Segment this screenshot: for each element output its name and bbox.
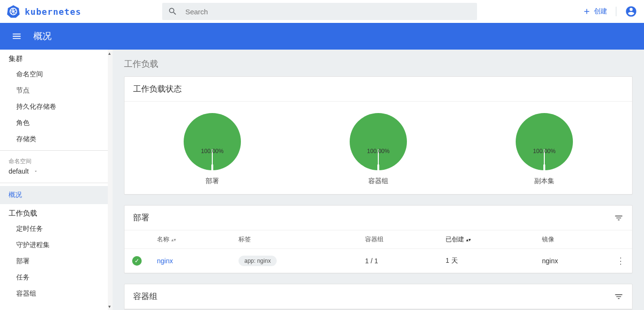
top-bar: kubernetes 创建 bbox=[0, 0, 644, 23]
create-label: 创建 bbox=[594, 7, 607, 16]
sidebar-item-pods[interactable]: 容器组 bbox=[0, 286, 113, 302]
col-images[interactable]: 镜像 bbox=[534, 230, 609, 249]
namespace-label: 命名空间 bbox=[0, 154, 113, 166]
brand[interactable]: kubernetes bbox=[7, 5, 81, 18]
pie-chart: 100.00% bbox=[184, 113, 241, 170]
sidebar-item-pv[interactable]: 持久化存储卷 bbox=[0, 99, 113, 115]
deployments-card: 部署 名称▴▾ 标签 容器组 已创建▴▾ 镜像 bbox=[124, 205, 633, 273]
brand-name: kubernetes bbox=[25, 7, 81, 17]
search-icon bbox=[168, 7, 177, 16]
namespace-selector[interactable]: default bbox=[0, 166, 113, 180]
divider bbox=[0, 183, 113, 183]
sidebar-item-cronjobs[interactable]: 定时任务 bbox=[0, 221, 113, 237]
card-title: 部署 bbox=[125, 206, 632, 230]
content-area: 工作负载 工作负载状态 100.00% 部署 100.00% 容器组 100.0… bbox=[113, 50, 644, 310]
sidebar-heading-cluster[interactable]: 集群 bbox=[0, 50, 113, 66]
deployments-table: 名称▴▾ 标签 容器组 已创建▴▾ 镜像 ✓ nginx app: nginx … bbox=[125, 230, 632, 273]
menu-icon[interactable] bbox=[11, 31, 22, 41]
pie-label: 容器组 bbox=[368, 177, 388, 186]
section-title: 工作负载 bbox=[124, 58, 633, 70]
sidebar-item-roles[interactable]: 角色 bbox=[0, 115, 113, 131]
sidebar-item-jobs[interactable]: 任务 bbox=[0, 269, 113, 286]
cell-created: 1 天 bbox=[438, 249, 534, 273]
topbar-actions: 创建 bbox=[582, 5, 637, 18]
plus-icon bbox=[582, 7, 591, 16]
card-title: 工作负载状态 bbox=[125, 77, 632, 102]
table-row[interactable]: ✓ nginx app: nginx 1 / 1 1 天 nginx ⋮ bbox=[125, 249, 632, 273]
divider bbox=[616, 7, 616, 16]
account-icon[interactable] bbox=[625, 5, 637, 18]
sidebar-item-namespaces[interactable]: 命名空间 bbox=[0, 66, 113, 83]
create-button[interactable]: 创建 bbox=[582, 7, 607, 16]
kebab-menu-icon[interactable]: ⋮ bbox=[616, 256, 624, 266]
col-created[interactable]: 已创建▴▾ bbox=[438, 230, 534, 249]
sidebar-item-overview[interactable]: 概况 bbox=[0, 186, 113, 204]
sidebar-item-deployments[interactable]: 部署 bbox=[0, 253, 113, 269]
sidebar-heading-workloads[interactable]: 工作负载 bbox=[0, 204, 113, 221]
card-title: 容器组 bbox=[125, 284, 632, 309]
cell-pods: 1 / 1 bbox=[357, 249, 438, 273]
search-box[interactable] bbox=[162, 3, 477, 20]
pie-label: 副本集 bbox=[534, 177, 554, 186]
sub-header: 概况 bbox=[0, 23, 644, 50]
sidebar-item-nodes[interactable]: 节点 bbox=[0, 83, 113, 99]
scrollbar[interactable]: ▴▾ bbox=[108, 50, 113, 310]
col-name[interactable]: 名称▴▾ bbox=[149, 230, 231, 249]
col-pods[interactable]: 容器组 bbox=[357, 230, 438, 249]
pie-row: 100.00% 部署 100.00% 容器组 100.00% 副本集 bbox=[125, 102, 632, 194]
pods-card: 容器组 bbox=[124, 284, 633, 310]
pie-pods: 100.00% 容器组 bbox=[350, 113, 407, 186]
col-labels[interactable]: 标签 bbox=[231, 230, 357, 249]
sidebar-item-daemonsets[interactable]: 守护进程集 bbox=[0, 237, 113, 253]
chevron-down-icon bbox=[33, 169, 38, 174]
pie-deployments: 100.00% 部署 bbox=[184, 113, 241, 186]
label-chip: app: nginx bbox=[239, 256, 276, 266]
pie-chart: 100.00% bbox=[516, 113, 573, 170]
kubernetes-logo-icon bbox=[7, 5, 20, 18]
pie-label: 部署 bbox=[206, 177, 219, 186]
sidebar-item-storageclass[interactable]: 存储类 bbox=[0, 131, 113, 147]
pie-replicasets: 100.00% 副本集 bbox=[516, 113, 573, 186]
filter-icon[interactable] bbox=[614, 213, 623, 223]
sidebar: ▴▾ 集群 命名空间 节点 持久化存储卷 角色 存储类 命名空间 default… bbox=[0, 50, 113, 310]
workload-status-card: 工作负载状态 100.00% 部署 100.00% 容器组 100.00% 副本… bbox=[124, 76, 633, 195]
status-ok-icon: ✓ bbox=[132, 256, 142, 266]
page-title: 概况 bbox=[33, 30, 52, 42]
pie-chart: 100.00% bbox=[350, 113, 407, 170]
filter-icon[interactable] bbox=[614, 292, 623, 301]
search-input[interactable] bbox=[185, 8, 471, 16]
namespace-selected: default bbox=[9, 167, 29, 175]
divider bbox=[0, 150, 113, 151]
cell-image: nginx bbox=[534, 249, 609, 273]
deployment-link[interactable]: nginx bbox=[157, 257, 173, 265]
